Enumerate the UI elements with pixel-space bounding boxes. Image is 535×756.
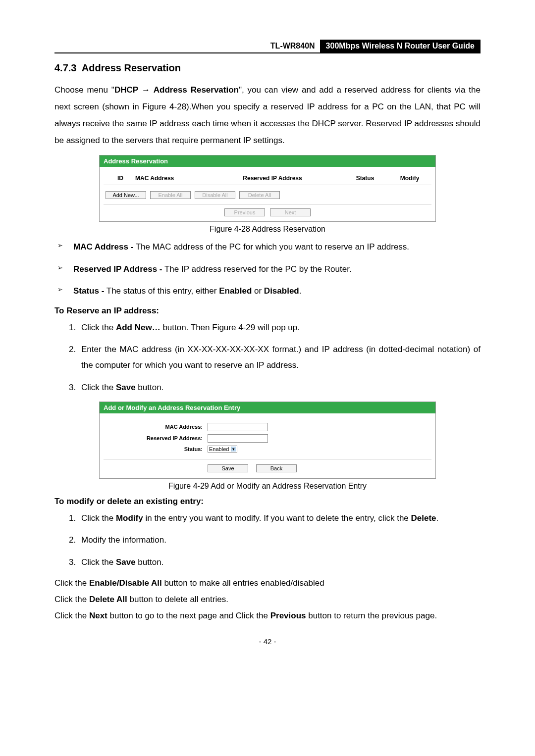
form-row-ip: Reserved IP Address: [104, 433, 431, 444]
status-label: Status: [104, 446, 208, 452]
text: Click the [81, 513, 116, 523]
figure-content: ID MAC Address Reserved IP Address Statu… [100, 167, 435, 221]
save-label: Save [116, 383, 136, 392]
footer-line-1: Click the Enable/Disable All button to m… [54, 576, 481, 590]
next-button[interactable]: Next [270, 208, 311, 216]
ip-label: Reserved IP Address: [104, 435, 208, 441]
figure-4-29-caption: Figure 4-29 Add or Modify an Address Res… [54, 482, 481, 491]
text: button to go to the next page and Click … [107, 611, 270, 620]
reserve-heading: To Reserve an IP address: [54, 306, 481, 316]
list-item: Click the Save button. [78, 554, 481, 570]
delete-all-label: Delete All [89, 595, 127, 604]
text: . [299, 286, 302, 296]
text: Click the [54, 595, 89, 604]
modify-label: Modify [116, 513, 143, 523]
next-label: Next [89, 611, 107, 620]
delete-label: Delete [411, 513, 436, 523]
list-item: Reserved IP Address - The IP address res… [66, 262, 481, 277]
form-actions: Save Back [104, 459, 431, 475]
save-label: Save [116, 557, 136, 567]
status-select[interactable]: Enabled ▾ [208, 446, 237, 453]
list-item: Click the Save button. [78, 380, 481, 396]
section-title: Address Reservation [82, 62, 181, 73]
guide-title: 300Mbps Wireless N Router User Guide [320, 40, 481, 52]
term-reserved-ip: Reserved IP Address - [73, 264, 162, 274]
text: button to delete all entries. [127, 595, 228, 604]
term-status: Status - [73, 286, 104, 296]
text: Click the [81, 557, 116, 567]
text: button to return the previous page. [306, 611, 437, 620]
menu-address-reservation: Address Reservation [154, 85, 239, 95]
section-number: 4.7.3 [54, 62, 76, 73]
reserve-steps: Click the Add New… button. Then Figure 4… [54, 320, 481, 396]
page-header: TL-WR840N 300Mbps Wireless N Router User… [54, 40, 481, 53]
text: button to make all entries enabled/disab… [162, 578, 324, 588]
intro-paragraph: Choose menu "DHCP → Address Reservation"… [54, 82, 481, 149]
modify-steps: Click the Modify in the entry you want t… [54, 510, 481, 570]
col-modify: Modify [390, 175, 429, 182]
form-row-mac: MAC Address: [104, 421, 431, 433]
previous-label: Previous [270, 611, 306, 620]
header-spacer [54, 40, 266, 52]
list-item: Status - The status of this entry, eithe… [66, 284, 481, 299]
mac-input[interactable] [208, 423, 268, 431]
col-mac: MAC Address [135, 175, 205, 182]
previous-button[interactable]: Previous [224, 208, 265, 216]
mac-label: MAC Address: [104, 424, 208, 430]
section-heading: 4.7.3 Address Reservation [54, 62, 481, 74]
text: button. [136, 383, 164, 392]
list-item: Enter the MAC address (in XX-XX-XX-XX-XX… [78, 342, 481, 374]
figure-panel-header: Address Reservation [100, 155, 435, 167]
col-status: Status [340, 175, 390, 182]
text: button. [136, 557, 164, 567]
page-number: - 42 - [54, 637, 481, 646]
button-row: Add New... Enable All Disable All Delete… [104, 189, 431, 204]
pager-row: Previous Next [104, 204, 431, 218]
enable-all-button[interactable]: Enable All [150, 191, 191, 199]
text: The IP address reserved for the PC by th… [162, 264, 352, 274]
ip-input[interactable] [208, 434, 268, 443]
arrow-icon: → [138, 85, 154, 95]
text: The MAC address of the PC for which you … [133, 242, 409, 252]
field-description-list: MAC Address - The MAC address of the PC … [54, 240, 481, 299]
chevron-down-icon: ▾ [231, 447, 236, 452]
text: Click the [54, 611, 89, 620]
table-header-row: ID MAC Address Reserved IP Address Statu… [104, 172, 431, 185]
save-button[interactable]: Save [208, 464, 248, 472]
col-ip: Reserved IP Address [205, 175, 340, 182]
figure-panel-header: Add or Modify an Address Reservation Ent… [100, 402, 435, 413]
figure-4-29: Add or Modify an Address Reservation Ent… [99, 402, 436, 479]
figure-4-28: Address Reservation ID MAC Address Reser… [99, 155, 436, 222]
text: Click the [81, 323, 116, 332]
figure-4-28-caption: Figure 4-28 Address Reservation [54, 225, 481, 234]
list-item: Modify the information. [78, 532, 481, 548]
menu-dhcp: DHCP [114, 85, 138, 95]
product-model: TL-WR840N [266, 40, 320, 52]
col-id: ID [106, 175, 135, 182]
text: The status of this entry, either [104, 286, 219, 296]
enable-disable-all-label: Enable/Disable All [89, 578, 162, 588]
back-button[interactable]: Back [256, 464, 297, 472]
modify-heading: To modify or delete an existing entry: [54, 497, 481, 506]
footer-line-2: Click the Delete All button to delete al… [54, 593, 481, 606]
text: Choose menu " [54, 85, 114, 95]
status-disabled: Disabled [264, 286, 299, 296]
status-value: Enabled [209, 446, 229, 452]
list-item: Click the Add New… button. Then Figure 4… [78, 320, 481, 336]
text: Click the [81, 383, 116, 392]
text: or [252, 286, 264, 296]
delete-all-button[interactable]: Delete All [239, 191, 280, 199]
figure-content: MAC Address: Reserved IP Address: Status… [100, 413, 435, 478]
document-page: TL-WR840N 300Mbps Wireless N Router User… [0, 0, 535, 756]
list-item: MAC Address - The MAC address of the PC … [66, 240, 481, 255]
add-new-button[interactable]: Add New... [106, 191, 146, 199]
form-row-status: Status: Enabled ▾ [104, 444, 431, 454]
text: button. Then Figure 4-29 will pop up. [160, 323, 300, 332]
text: . [436, 513, 439, 523]
footer-line-3: Click the Next button to go to the next … [54, 609, 481, 622]
text: in the entry you want to modify. If you … [143, 513, 411, 523]
term-mac-address: MAC Address - [73, 242, 133, 252]
text: Click the [54, 578, 89, 588]
disable-all-button[interactable]: Disable All [195, 191, 235, 199]
status-enabled: Enabled [219, 286, 252, 296]
